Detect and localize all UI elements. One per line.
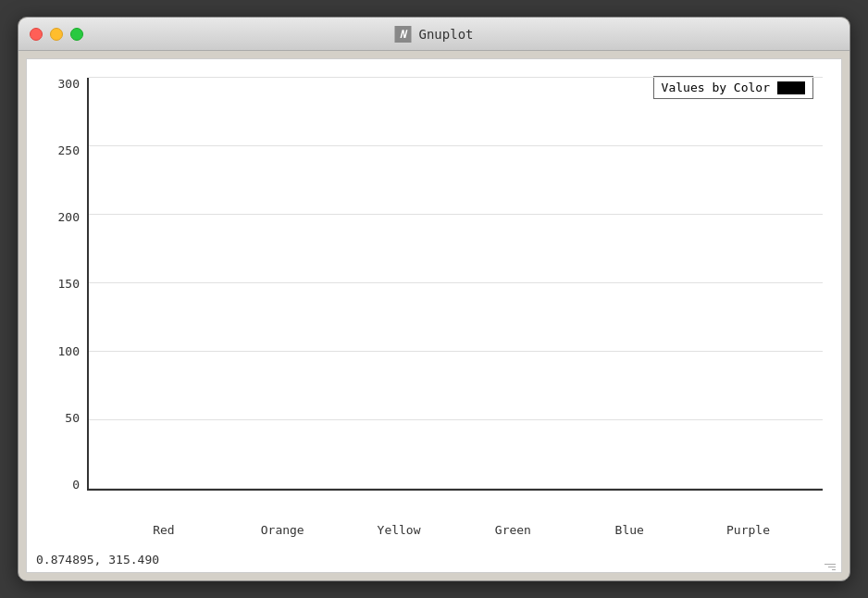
title-bar: N Gnuplot	[19, 18, 849, 51]
coordinates-display: 0.874895, 315.490	[36, 553, 159, 567]
minimize-button[interactable]	[50, 28, 63, 41]
x-label-green: Green	[493, 523, 532, 537]
y-axis: 300 250 200 150 100 50 0	[27, 78, 87, 491]
traffic-lights	[30, 28, 83, 41]
x-axis-labels: Red Orange Yellow Green Blue Purple	[87, 523, 823, 537]
y-label-100: 100	[58, 345, 80, 357]
maximize-button[interactable]	[70, 28, 83, 41]
bars-container	[89, 78, 823, 489]
close-button[interactable]	[30, 28, 43, 41]
x-label-purple: Purple	[726, 523, 765, 537]
status-bar: 0.874895, 315.490	[27, 546, 841, 572]
chart-plot	[87, 78, 823, 491]
gnuplot-icon: N	[394, 26, 411, 43]
y-label-250: 250	[58, 144, 80, 156]
window-title-area: N Gnuplot	[394, 26, 473, 43]
y-label-50: 50	[65, 412, 80, 424]
y-label-150: 150	[58, 278, 80, 290]
x-label-blue: Blue	[610, 523, 649, 537]
chart-area: Values by Color 300 250 200 150 100 50 0	[26, 58, 842, 573]
resize-handle[interactable]	[821, 555, 836, 570]
gnuplot-window: N Gnuplot Values by Color 300 250 200 15…	[18, 17, 850, 581]
window-title: Gnuplot	[418, 27, 473, 42]
x-label-yellow: Yellow	[378, 523, 416, 537]
y-label-200: 200	[58, 211, 80, 223]
y-label-300: 300	[58, 78, 80, 90]
x-label-orange: Orange	[261, 523, 300, 537]
y-label-0: 0	[72, 479, 80, 491]
chart-inner: Values by Color 300 250 200 150 100 50 0	[27, 59, 841, 546]
x-label-red: Red	[144, 523, 183, 537]
